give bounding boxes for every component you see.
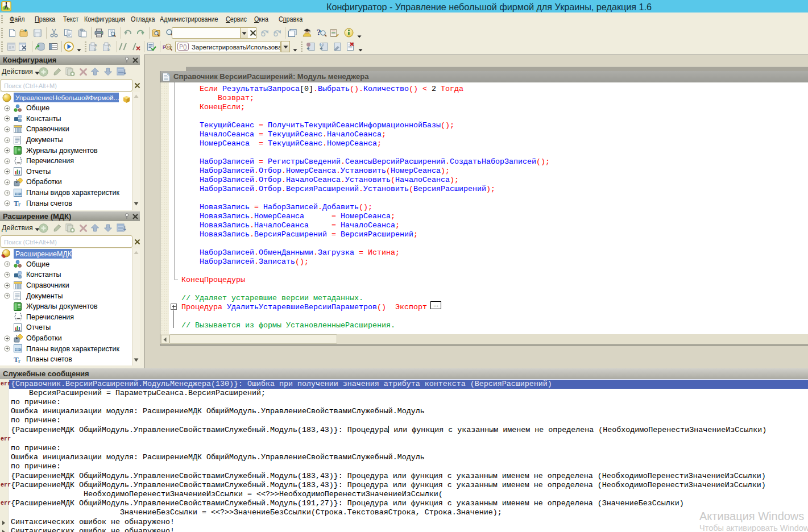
svg-text:г: г [18, 358, 21, 364]
svg-text:100: 100 [167, 45, 173, 49]
svg-text:А: А [108, 43, 111, 47]
svg-text:Б: Б [94, 47, 97, 51]
svg-text:?: ? [321, 43, 323, 47]
svg-text:г: г [18, 201, 21, 207]
svg-text:А: А [94, 43, 97, 47]
svg-text:Б: Б [107, 47, 110, 51]
svg-text:?: ? [317, 28, 321, 37]
